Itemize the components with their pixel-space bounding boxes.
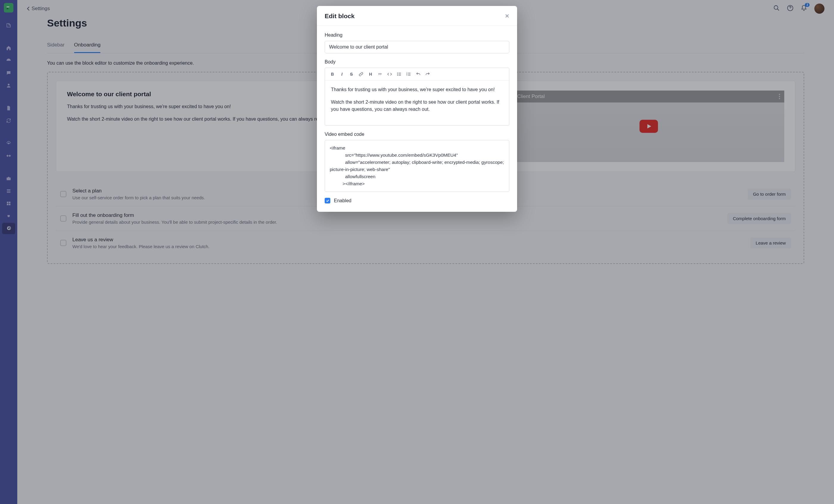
undo-icon[interactable]	[414, 70, 422, 78]
field-heading: Heading	[325, 32, 509, 53]
editor-toolbar: B I S H 123	[325, 68, 509, 81]
modal-scrim[interactable]: Edit block ✕ Heading Body B I S H	[0, 0, 834, 504]
link-icon[interactable]	[357, 70, 365, 78]
heading-icon[interactable]: H	[367, 70, 374, 78]
svg-point-18	[397, 75, 398, 76]
close-icon[interactable]: ✕	[505, 13, 509, 19]
heading-label: Heading	[325, 32, 509, 38]
modal-header: Edit block ✕	[317, 6, 517, 26]
video-embed-input[interactable]: <iframe src="https://www.youtube.com/emb…	[325, 140, 509, 192]
svg-rect-15	[398, 73, 401, 73]
ol-icon[interactable]: 123	[405, 70, 413, 78]
svg-rect-17	[398, 74, 401, 74]
enabled-label: Enabled	[334, 198, 351, 203]
svg-rect-19	[398, 75, 401, 75]
modal-title: Edit block	[325, 13, 354, 20]
quote-icon[interactable]	[376, 70, 384, 78]
body-label: Body	[325, 59, 509, 65]
heading-input[interactable]	[325, 41, 509, 53]
code-icon[interactable]	[386, 70, 393, 78]
bold-icon[interactable]: B	[329, 70, 336, 78]
svg-point-14	[397, 73, 398, 73]
body-p2: Watch the short 2-minute video on the ri…	[331, 98, 503, 113]
svg-point-16	[397, 74, 398, 75]
enabled-row: Enabled	[325, 198, 509, 203]
svg-rect-21	[408, 73, 411, 73]
svg-rect-25	[408, 75, 411, 75]
enabled-checkbox[interactable]	[325, 198, 330, 203]
edit-block-modal: Edit block ✕ Heading Body B I S H	[317, 6, 517, 212]
ul-icon[interactable]	[395, 70, 403, 78]
svg-rect-23	[408, 74, 411, 74]
editor-content[interactable]: Thanks for trusting us with your busines…	[325, 81, 509, 125]
italic-icon[interactable]: I	[338, 70, 346, 78]
body-p1: Thanks for trusting us with your busines…	[331, 86, 503, 93]
modal-body: Heading Body B I S H 123	[317, 26, 517, 212]
field-body: Body B I S H 123	[325, 59, 509, 126]
svg-text:3: 3	[407, 74, 408, 76]
rich-text-editor: B I S H 123 Thanks for trusting us with	[325, 68, 509, 126]
video-label: Video embed code	[325, 132, 509, 137]
strike-icon[interactable]: S	[348, 70, 355, 78]
redo-icon[interactable]	[424, 70, 432, 78]
field-video: Video embed code <iframe src="https://ww…	[325, 132, 509, 192]
